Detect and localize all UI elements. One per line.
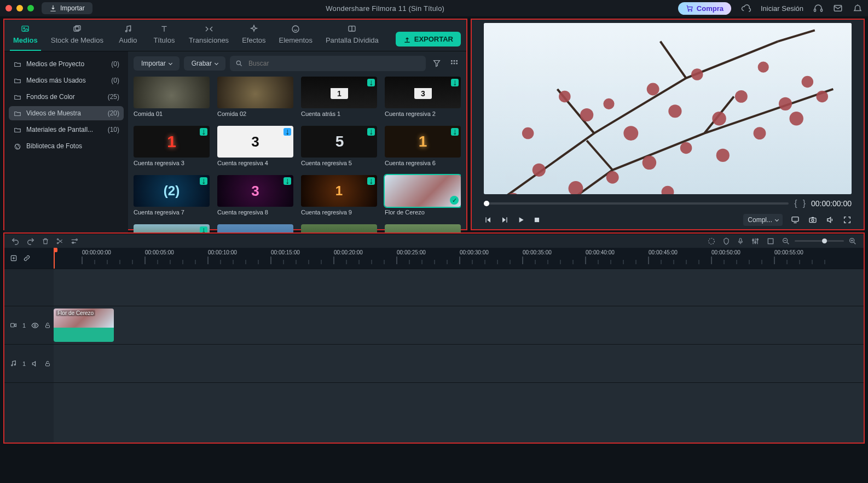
render-icon[interactable] xyxy=(707,237,716,246)
maximize-window-button[interactable] xyxy=(27,5,34,11)
svg-point-35 xyxy=(712,112,726,126)
fullscreen-icon[interactable] xyxy=(843,216,852,224)
media-item[interactable]: (2)↓ Cuenta regresiva 7 xyxy=(134,175,210,216)
playhead[interactable] xyxy=(54,248,55,269)
delete-button[interactable] xyxy=(42,237,49,246)
sidebar-item-most-used[interactable]: Medios más Usados (0) xyxy=(9,73,124,88)
audio-track[interactable]: 1 xyxy=(4,344,864,382)
filter-icon[interactable] xyxy=(430,57,443,70)
export-button[interactable]: EXPORTAR xyxy=(396,32,461,46)
zoom-slider-head[interactable] xyxy=(822,238,827,243)
timeline-ruler[interactable]: 00:00:00:0000:00:05:0000:00:10:0000:00:1… xyxy=(54,248,864,269)
media-item[interactable]: 3 ↓ Cuenta regresiva 2 xyxy=(385,77,461,117)
sidebar-item-project-media[interactable]: Medios de Proyecto (0) xyxy=(9,57,124,71)
scrubber-head[interactable] xyxy=(484,201,489,206)
zoom-slider[interactable] xyxy=(795,240,844,242)
sidebar-item-color-bg[interactable]: Fondos de Color (25) xyxy=(9,90,124,104)
tab-audio[interactable]: Audio xyxy=(113,23,143,51)
marker-icon[interactable] xyxy=(722,237,730,246)
lock-icon[interactable] xyxy=(44,360,51,368)
tab-elementos[interactable]: Elementos xyxy=(275,23,315,51)
redo-button[interactable] xyxy=(26,237,35,246)
stop-button[interactable] xyxy=(533,216,541,224)
media-item[interactable]: Comida 02 xyxy=(217,77,293,117)
media-item[interactable] xyxy=(217,224,293,232)
mail-icon[interactable] xyxy=(833,3,843,13)
grid-view-icon[interactable] xyxy=(448,57,461,70)
video-track[interactable]: 1 Flor de Cerezo xyxy=(4,306,864,344)
sidebar-item-screen-materials[interactable]: Materiales de Pantall... (10) xyxy=(9,123,124,137)
import-dropdown[interactable]: Importar xyxy=(134,56,180,71)
svg-point-9 xyxy=(125,31,127,32)
media-item-selected[interactable]: ✓ Flor de Cerezo xyxy=(385,175,461,216)
tab-titulos[interactable]: Títulos xyxy=(149,23,179,51)
media-item[interactable]: 1↓ Cuenta regresiva 3 xyxy=(134,126,210,166)
display-icon[interactable] xyxy=(790,216,800,224)
volume-icon[interactable] xyxy=(825,216,835,224)
splitscreen-icon xyxy=(347,24,357,34)
lock-icon[interactable] xyxy=(44,322,51,329)
snapshot-icon[interactable] xyxy=(808,216,818,224)
svg-point-0 xyxy=(688,10,689,11)
media-item[interactable]: 3↓ Cuenta regresiva 8 xyxy=(217,175,293,216)
search-field[interactable] xyxy=(230,56,426,71)
media-item[interactable]: ↓ xyxy=(134,224,210,232)
cloud-icon[interactable] xyxy=(741,3,751,13)
tab-medios[interactable]: Medios xyxy=(10,23,41,51)
preview-viewport[interactable] xyxy=(484,23,852,194)
svg-rect-19 xyxy=(454,63,455,65)
media-item[interactable]: 1 ↓ Cuenta atrás 1 xyxy=(301,77,377,117)
media-item[interactable]: 5↓ Cuenta regresiva 5 xyxy=(301,126,377,166)
sidebar-item-photo-library[interactable]: Biblioteca de Fotos xyxy=(9,139,124,153)
audio-track-icon xyxy=(10,360,17,367)
svg-rect-146 xyxy=(46,363,50,366)
settings-icon[interactable] xyxy=(70,237,79,246)
media-item[interactable] xyxy=(385,224,461,232)
titlebar-import-button[interactable]: Importar xyxy=(42,2,92,14)
media-item[interactable]: 1↓ Cuenta regresiva 6 xyxy=(385,126,461,166)
step-forward-button[interactable] xyxy=(500,216,509,224)
audio-track-body[interactable] xyxy=(54,345,864,382)
media-item[interactable]: 3↓ Cuenta regresiva 4 xyxy=(217,126,293,166)
media-item[interactable]: 1↓ Cuenta regresiva 9 xyxy=(301,175,377,216)
minimize-window-button[interactable] xyxy=(16,5,23,11)
tab-pantalla-dividida[interactable]: Pantalla Dividida xyxy=(322,23,382,51)
login-link[interactable]: Iniciar Sesión xyxy=(761,4,803,13)
split-button[interactable] xyxy=(56,237,63,246)
media-item[interactable]: Comida 01 xyxy=(134,77,210,117)
svg-text:00:00:10:00: 00:00:10:00 xyxy=(208,249,237,255)
step-back-button[interactable] xyxy=(484,216,493,224)
notifications-icon[interactable] xyxy=(853,3,863,13)
mute-icon[interactable] xyxy=(31,360,39,368)
zoom-out-button[interactable] xyxy=(782,237,790,246)
undo-button[interactable] xyxy=(11,237,20,246)
crop-icon[interactable] xyxy=(766,237,775,246)
voiceover-icon[interactable] xyxy=(737,237,744,246)
tab-stock-medios[interactable]: Stock de Medios xyxy=(48,23,107,51)
video-track-body[interactable]: Flor de Cerezo xyxy=(54,306,864,344)
timeline-clip[interactable]: Flor de Cerezo xyxy=(54,309,114,342)
close-window-button[interactable] xyxy=(5,5,12,11)
track-add-icon[interactable] xyxy=(10,254,18,262)
mark-in-icon[interactable]: { xyxy=(794,199,797,208)
tab-transiciones[interactable]: Transiciones xyxy=(186,23,232,51)
play-button[interactable] xyxy=(517,216,525,224)
zoom-in-button[interactable] xyxy=(848,237,857,246)
quality-dropdown[interactable]: Compl... xyxy=(743,214,783,226)
media-label: Cuenta regresiva 6 xyxy=(385,160,461,166)
support-icon[interactable] xyxy=(813,3,823,13)
link-icon[interactable] xyxy=(23,254,31,262)
search-input[interactable] xyxy=(247,59,420,68)
eye-icon[interactable] xyxy=(31,322,39,329)
buy-button[interactable]: Compra xyxy=(678,2,731,15)
sidebar-item-sample-videos[interactable]: Videos de Muestra (20) xyxy=(9,106,124,120)
record-dropdown[interactable]: Grabar xyxy=(184,56,225,71)
svg-point-57 xyxy=(57,242,58,243)
mark-out-icon[interactable]: } xyxy=(803,199,806,208)
audio-mixer-icon[interactable] xyxy=(751,237,760,246)
tab-label: Stock de Medios xyxy=(51,36,103,44)
preview-scrubber[interactable] xyxy=(484,202,789,205)
media-item[interactable] xyxy=(301,224,377,232)
tab-efectos[interactable]: Efectos xyxy=(239,23,269,51)
svg-point-56 xyxy=(57,238,58,240)
